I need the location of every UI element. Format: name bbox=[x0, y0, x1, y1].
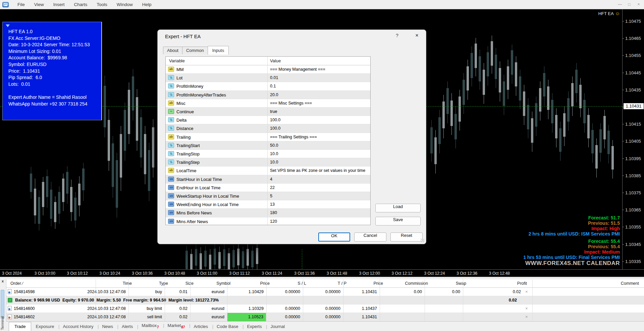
input-row-lot[interactable]: ½Lot0.01 bbox=[166, 74, 370, 82]
candle bbox=[242, 251, 244, 268]
input-row-starthour-in-local-time[interactable]: 123StartHour in Local Time4 bbox=[166, 175, 370, 184]
input-row-trailingstop[interactable]: ½TrailingStop10.0 bbox=[166, 150, 370, 158]
terminal-tab-articles[interactable]: Articles bbox=[189, 322, 212, 331]
input-row-localtime[interactable]: abLocalTimeSet VPS time as PK zone or se… bbox=[166, 167, 370, 175]
input-value[interactable]: 180 bbox=[270, 210, 277, 215]
menu-tools[interactable]: Tools bbox=[92, 0, 112, 9]
input-row-mins-before-news[interactable]: 123Mins Before News180 bbox=[166, 209, 370, 217]
input-row-distance[interactable]: ½Distance100.0 bbox=[166, 124, 370, 133]
menu-charts[interactable]: Charts bbox=[69, 0, 92, 9]
terminal-tab-mailbox[interactable]: Mailbox7 bbox=[137, 321, 163, 331]
input-value[interactable]: 50.0 bbox=[270, 143, 278, 148]
price-axis[interactable]: 1.104751.104651.104551.104451.104351.104… bbox=[622, 9, 644, 269]
save-button[interactable]: Save bbox=[375, 217, 421, 225]
order-row-154814598[interactable]: 1548145982024.10.03 12:47:08buy0.01eurus… bbox=[6, 288, 644, 296]
input-value[interactable]: 4 bbox=[270, 177, 272, 182]
close-order-icon[interactable]: × bbox=[525, 289, 528, 294]
minimize-button[interactable]: — bbox=[617, 0, 623, 9]
input-row-misc[interactable]: abMisc=== Misc Settings === bbox=[166, 99, 370, 108]
col-header-comment[interactable]: Comment bbox=[532, 281, 639, 286]
col-header-swap[interactable]: Swap bbox=[419, 281, 466, 286]
terminal-tab-news[interactable]: News bbox=[98, 322, 117, 331]
menu-view[interactable]: View bbox=[30, 0, 49, 9]
terminal-close-icon[interactable]: x bbox=[2, 279, 4, 283]
time-axis[interactable]: 3 Oct 20243 Oct 10:003 Oct 10:123 Oct 10… bbox=[0, 269, 644, 277]
load-button[interactable]: Load bbox=[375, 204, 421, 212]
terminal-tab-account-history[interactable]: Account History bbox=[58, 322, 98, 331]
terminal-tab-journal[interactable]: Journal bbox=[266, 322, 289, 331]
input-value[interactable]: 10.0 bbox=[270, 160, 278, 164]
input-value[interactable]: 13 bbox=[270, 202, 275, 207]
candle bbox=[50, 190, 52, 219]
input-row-profitinmoneyaftertrades[interactable]: ½ProfitInMoneyAfterTrades20.0 bbox=[166, 91, 370, 99]
restore-button[interactable]: □ bbox=[627, 0, 632, 9]
input-value[interactable]: === Money Management === bbox=[270, 67, 325, 72]
app-icon[interactable] bbox=[2, 2, 9, 7]
tab-inputs[interactable]: Inputs bbox=[208, 46, 229, 55]
close-order-icon[interactable]: × bbox=[525, 314, 528, 319]
order-row-154814602[interactable]: 1548146022024.10.03 12:47:08sell limit0.… bbox=[6, 313, 644, 321]
balance-row[interactable]: ↑Balance: 9 969.98 USD Equity: 9 970.00 … bbox=[6, 296, 644, 305]
window-controls: —□× bbox=[617, 0, 641, 9]
terminal-tab-code-base[interactable]: Code Base bbox=[212, 322, 243, 331]
dialog-help-button[interactable]: ? bbox=[393, 33, 401, 38]
input-row-mm[interactable]: abMM=== Money Management === bbox=[166, 65, 370, 74]
terminal-tab-trade[interactable]: Trade bbox=[9, 322, 31, 331]
tab-common[interactable]: Common bbox=[182, 47, 208, 54]
input-row-trailingstart[interactable]: ½TrailingStart50.0 bbox=[166, 141, 370, 150]
info-line-8: Lots: 0.01 bbox=[8, 81, 90, 88]
ok-button[interactable]: OK bbox=[318, 233, 350, 242]
str-type-icon: ab bbox=[168, 134, 174, 139]
menu-window[interactable]: Window bbox=[112, 0, 138, 9]
input-row-weekstartup-hour-in-local-time[interactable]: 123WeekStartup Hour in Local Time5 bbox=[166, 192, 370, 200]
menu-file[interactable]: File bbox=[13, 0, 30, 9]
input-value[interactable]: 22 bbox=[270, 185, 275, 190]
order-row-154814600[interactable]: 1548146002024.10.03 12:47:08buy limit0.0… bbox=[6, 305, 644, 313]
terminal-tab-experts[interactable]: Experts bbox=[243, 322, 266, 331]
input-row-continue[interactable]: ~Continuetrue bbox=[166, 108, 370, 116]
dialog-close-icon[interactable]: × bbox=[413, 32, 421, 39]
input-row-trailingstep[interactable]: ½TrailingStep10.0 bbox=[166, 158, 370, 167]
reset-button[interactable]: Reset bbox=[390, 233, 423, 242]
close-button[interactable]: × bbox=[636, 0, 641, 9]
candle bbox=[454, 114, 457, 139]
input-value[interactable]: 5 bbox=[270, 194, 272, 198]
menu-insert[interactable]: Insert bbox=[49, 0, 69, 9]
time-tick-label: 3 Oct 11:12 bbox=[229, 271, 250, 276]
menu-help[interactable]: Help bbox=[138, 0, 156, 9]
terminal-tab-market[interactable]: Market87 bbox=[163, 321, 190, 331]
input-row-weekending-hour-in-local-time[interactable]: 123WeekEnding Hour in Local Time13 bbox=[166, 200, 370, 209]
input-row-profitinmoney[interactable]: ½ProfitInMoney0.1 bbox=[166, 82, 370, 90]
price-tick bbox=[623, 193, 624, 193]
close-order-icon[interactable]: × bbox=[525, 306, 528, 311]
col-header-order[interactable]: Order ∕ bbox=[10, 281, 23, 286]
input-value[interactable]: 20.0 bbox=[270, 92, 278, 97]
input-value[interactable]: 0.1 bbox=[270, 84, 276, 88]
terminal-tab-exposure[interactable]: Exposure bbox=[31, 322, 58, 331]
input-row-delta[interactable]: ½Delta100.0 bbox=[166, 116, 370, 124]
input-value[interactable]: 100.0 bbox=[270, 126, 280, 131]
terminal-tab-alerts[interactable]: Alerts bbox=[117, 322, 137, 331]
col-header-profit[interactable]: Profit bbox=[480, 281, 527, 286]
input-value[interactable]: Set VPS time as PK zone or set values in… bbox=[270, 168, 365, 173]
input-row-trailing[interactable]: abTrailing=== Trailing Settings === bbox=[166, 133, 370, 141]
input-value[interactable]: true bbox=[270, 109, 277, 114]
input-value[interactable]: === Trailing Settings === bbox=[270, 135, 317, 139]
cancel-button[interactable]: Cancel bbox=[354, 233, 386, 242]
input-name: Mins After News bbox=[176, 219, 208, 224]
news-block-1: Forecast: 51.7Previous: 51.5Impact: High… bbox=[529, 215, 620, 237]
input-row-endhour-in-local-time[interactable]: 123EndHour in Local Time22 bbox=[166, 184, 370, 192]
tab-about[interactable]: About bbox=[163, 47, 182, 54]
input-value[interactable]: === Misc Settings === bbox=[270, 101, 312, 106]
candle bbox=[471, 53, 473, 78]
price-tick-label: 1.10395 bbox=[625, 156, 641, 161]
price-tick-label: 1.10405 bbox=[625, 139, 641, 144]
input-value[interactable]: 0.01 bbox=[270, 75, 278, 80]
input-value[interactable]: 10.0 bbox=[270, 151, 278, 156]
input-row-mins-after-news[interactable]: 123Mins After News120 bbox=[166, 217, 370, 225]
price-tick-label: 1.10455 bbox=[625, 53, 641, 58]
cell-order-id: 154814598 bbox=[14, 289, 35, 294]
input-value[interactable]: 100.0 bbox=[270, 118, 280, 122]
resize-grip[interactable] bbox=[421, 239, 424, 242]
input-value[interactable]: 120 bbox=[270, 219, 277, 224]
